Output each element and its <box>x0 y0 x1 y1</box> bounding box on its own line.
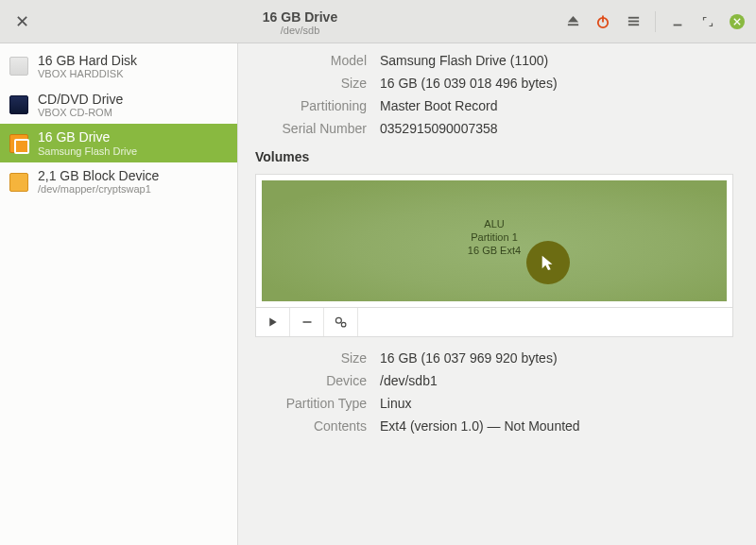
device-sidebar: 16 GB Hard Disk VBOX HARDDISK CD/DVD Dri… <box>0 43 238 545</box>
delete-partition-button[interactable] <box>290 308 324 336</box>
sidebar-item-name: 16 GB Drive <box>38 129 137 145</box>
svg-rect-3 <box>627 17 638 19</box>
minimize-icon <box>671 15 684 28</box>
svg-rect-7 <box>302 321 311 323</box>
label-vol-contents: Contents <box>255 418 367 434</box>
window-subtitle: /dev/sdb <box>36 25 564 36</box>
sidebar-item-text: 16 GB Drive Samsung Flash Drive <box>38 129 137 157</box>
power-off-button[interactable] <box>594 13 611 30</box>
window-maximize[interactable] <box>699 13 716 30</box>
value-size: 16 GB (16 039 018 496 bytes) <box>380 76 733 91</box>
hdd-icon <box>9 57 28 76</box>
svg-rect-4 <box>627 21 638 23</box>
svg-point-8 <box>335 317 341 323</box>
close-button[interactable]: ✕ <box>8 11 36 32</box>
sidebar-item-text: CD/DVD Drive VBOX CD-ROM <box>38 92 123 119</box>
cursor-icon <box>540 254 557 271</box>
disc-icon <box>9 95 28 114</box>
partition-options-button[interactable] <box>324 308 358 336</box>
label-serial: Serial Number <box>255 121 367 136</box>
partition-label: ALU Partition 1 16 GB Ext4 <box>468 218 521 257</box>
svg-rect-5 <box>627 24 638 26</box>
power-icon <box>595 14 610 29</box>
value-serial: 0352915090007358 <box>380 121 733 136</box>
partition-block[interactable]: ALU Partition 1 16 GB Ext4 <box>262 180 727 301</box>
sidebar-item-detail: VBOX CD-ROM <box>38 107 123 119</box>
close-icon <box>733 18 741 26</box>
eject-icon <box>566 14 580 28</box>
window-close[interactable] <box>730 14 745 29</box>
sidebar-item-hard-disk[interactable]: 16 GB Hard Disk VBOX HARDDISK <box>0 47 237 86</box>
volumes-heading: Volumes <box>255 149 733 164</box>
window-minimize[interactable] <box>669 13 686 30</box>
sidebar-item-detail: Samsung Flash Drive <box>38 145 137 158</box>
label-model: Model <box>255 53 367 68</box>
value-model: Samsung Flash Drive (1100) <box>380 53 733 68</box>
header-bar: ✕ 16 GB Drive /dev/sdb <box>0 0 756 43</box>
usb-icon <box>9 134 28 153</box>
partition-fs: 16 GB Ext4 <box>468 245 521 258</box>
label-partitioning: Partitioning <box>255 98 367 113</box>
value-vol-size: 16 GB (16 037 969 920 bytes) <box>380 350 733 366</box>
value-vol-contents: Ext4 (version 1.0) — Not Mounted <box>380 418 733 434</box>
label-size: Size <box>255 76 367 91</box>
svg-rect-0 <box>567 24 577 26</box>
sidebar-item-name: 2,1 GB Block Device <box>38 168 159 183</box>
sidebar-item-usb-drive[interactable]: 16 GB Drive Samsung Flash Drive <box>0 124 237 162</box>
main-pane: Model Samsung Flash Drive (1100) Size 16… <box>238 43 756 545</box>
volume-toolbar <box>256 307 732 336</box>
label-vol-size: Size <box>255 350 367 366</box>
hamburger-icon <box>627 14 641 28</box>
svg-rect-2 <box>602 15 604 22</box>
mount-button[interactable] <box>256 308 290 336</box>
svg-point-9 <box>341 322 346 327</box>
sidebar-item-block-device[interactable]: 2,1 GB Block Device /dev/mapper/cryptswa… <box>0 162 237 201</box>
sidebar-item-name: CD/DVD Drive <box>38 92 123 107</box>
partition-name: ALU <box>468 218 521 231</box>
sidebar-item-detail: VBOX HARDDISK <box>38 68 137 80</box>
value-vol-device: /dev/sdb1 <box>380 373 733 388</box>
maximize-icon <box>702 16 713 27</box>
cursor-highlight <box>526 241 570 284</box>
volume-info: Size 16 GB (16 037 969 920 bytes) Device… <box>255 350 733 434</box>
label-vol-ptype: Partition Type <box>255 396 367 411</box>
eject-button[interactable] <box>564 13 581 30</box>
block-device-icon <box>9 173 28 192</box>
gears-icon <box>335 315 348 329</box>
partition-number: Partition 1 <box>468 231 521 245</box>
header-separator <box>655 11 656 32</box>
sidebar-item-cd-dvd[interactable]: CD/DVD Drive VBOX CD-ROM <box>0 86 237 125</box>
sidebar-item-detail: /dev/mapper/cryptswap1 <box>38 183 159 196</box>
header-tools <box>564 11 748 32</box>
label-vol-device: Device <box>255 373 367 388</box>
menu-button[interactable] <box>625 13 642 30</box>
sidebar-item-text: 2,1 GB Block Device /dev/mapper/cryptswa… <box>38 168 159 196</box>
minus-icon <box>301 316 313 328</box>
value-partitioning: Master Boot Record <box>380 98 733 113</box>
sidebar-item-name: 16 GB Hard Disk <box>38 53 137 68</box>
drive-info: Model Samsung Flash Drive (1100) Size 16… <box>255 53 733 136</box>
sidebar-item-text: 16 GB Hard Disk VBOX HARDDISK <box>38 53 137 80</box>
volumes-box: ALU Partition 1 16 GB Ext4 <box>255 174 733 337</box>
value-vol-ptype: Linux <box>380 396 733 411</box>
svg-rect-6 <box>674 24 682 26</box>
window-title: 16 GB Drive <box>36 10 564 25</box>
play-icon <box>267 316 279 328</box>
window-title-block: 16 GB Drive /dev/sdb <box>36 7 564 36</box>
